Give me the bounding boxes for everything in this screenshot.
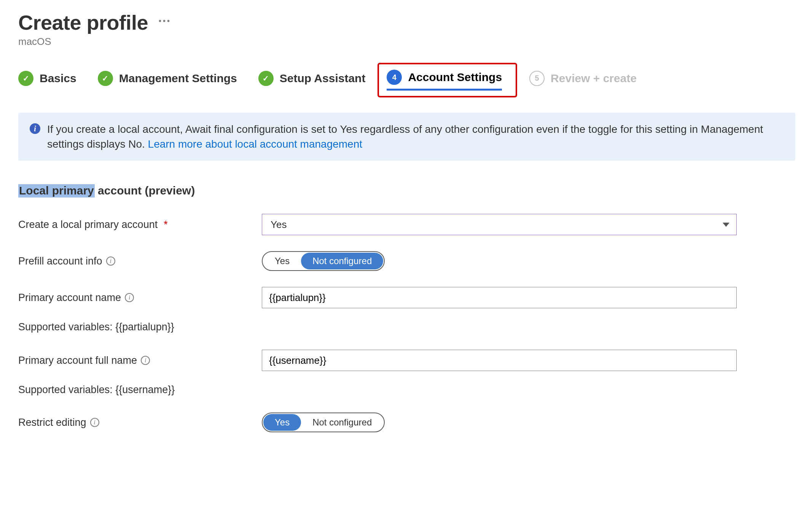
step-review-create[interactable]: 5 Review + create [529, 71, 637, 90]
label-text: Primary account name [18, 292, 121, 304]
chevron-down-icon [723, 223, 729, 227]
step-number-badge: 4 [387, 70, 402, 85]
info-icon[interactable]: i [125, 293, 134, 302]
restrict-notconfigured-option[interactable]: Not configured [301, 414, 383, 431]
learn-more-link[interactable]: Learn more about local account managemen… [148, 138, 362, 150]
page-title-text: Create profile [18, 11, 148, 34]
check-icon [98, 71, 113, 86]
restrict-editing-toggle: Yes Not configured [262, 413, 385, 432]
more-actions-icon[interactable]: ••• [159, 17, 171, 25]
label-primary-name: Primary account name i [18, 292, 262, 304]
label-create-local: Create a local primary account * [18, 219, 262, 231]
prefill-yes-option[interactable]: Yes [263, 253, 301, 269]
primary-account-full-name-input[interactable] [262, 350, 737, 371]
step-setup-assistant[interactable]: Setup Assistant [258, 71, 366, 90]
required-marker: * [164, 219, 168, 231]
step-management-settings[interactable]: Management Settings [98, 71, 237, 90]
step-label: Basics [40, 72, 76, 85]
page-subtitle: macOS [18, 36, 795, 48]
info-icon[interactable]: i [90, 418, 99, 427]
label-text: Primary account full name [18, 355, 137, 366]
page-title: Create profile ••• [18, 11, 795, 34]
step-label: Account Settings [408, 71, 502, 84]
prefill-notconfigured-option[interactable]: Not configured [301, 253, 383, 269]
check-icon [18, 71, 33, 86]
primary-account-name-input[interactable] [262, 287, 737, 308]
section-heading: Local primary account (preview) [18, 184, 195, 197]
label-prefill: Prefill account info i [18, 255, 262, 267]
row-prefill: Prefill account info i Yes Not configure… [18, 251, 795, 271]
restrict-yes-option[interactable]: Yes [263, 414, 301, 431]
dropdown-value: Yes [271, 219, 287, 231]
section-heading-highlight: Local primary [18, 184, 95, 198]
step-label: Review + create [551, 72, 637, 85]
prefill-toggle: Yes Not configured [262, 251, 385, 271]
step-account-settings[interactable]: 4 Account Settings [387, 70, 502, 91]
info-icon[interactable]: i [141, 356, 150, 365]
hint-primary-name: Supported variables: {{partialupn}} [18, 321, 795, 333]
create-local-dropdown[interactable]: Yes [262, 214, 737, 235]
row-primary-full-name: Primary account full name i [18, 350, 795, 371]
step-label: Management Settings [119, 72, 237, 85]
step-basics[interactable]: Basics [18, 71, 76, 90]
form: Create a local primary account * Yes Pre… [18, 214, 795, 432]
info-icon[interactable]: i [106, 256, 115, 266]
section-heading-rest: account (preview) [95, 184, 195, 197]
hint-primary-full-name: Supported variables: {{username}} [18, 384, 795, 396]
row-create-local: Create a local primary account * Yes [18, 214, 795, 235]
row-restrict-editing: Restrict editing i Yes Not configured [18, 413, 795, 432]
label-text: Restrict editing [18, 417, 86, 428]
highlight-frame: 4 Account Settings [377, 63, 517, 97]
step-label: Setup Assistant [280, 72, 366, 85]
info-banner: i If you create a local account, Await f… [18, 113, 795, 161]
wizard-stepper: Basics Management Settings Setup Assista… [18, 69, 795, 91]
info-icon: i [30, 123, 40, 134]
label-text: Prefill account info [18, 255, 102, 267]
row-primary-name: Primary account name i [18, 287, 795, 308]
info-text-container: If you create a local account, Await fin… [47, 122, 784, 151]
label-text: Create a local primary account [18, 219, 158, 231]
label-primary-full-name: Primary account full name i [18, 355, 262, 366]
label-restrict-editing: Restrict editing i [18, 417, 262, 428]
step-number-badge: 5 [529, 71, 545, 86]
check-icon [258, 71, 274, 86]
